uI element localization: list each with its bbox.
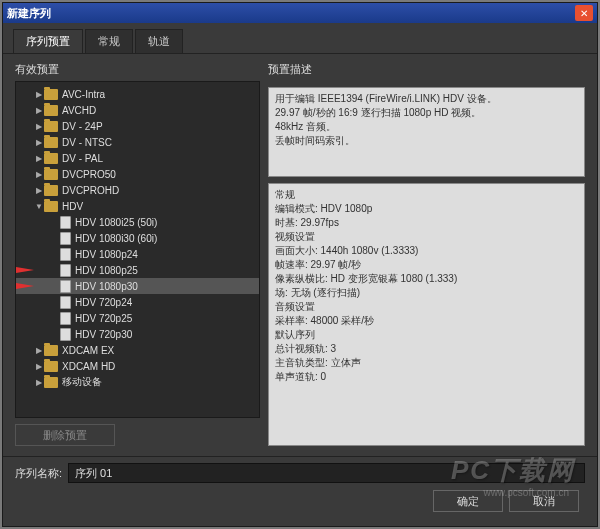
detail-line: 视频设置 <box>275 230 578 244</box>
tree-item-16[interactable]: ▶XDCAM EX <box>16 342 259 358</box>
tab-1[interactable]: 常规 <box>85 29 133 53</box>
tree-item-8[interactable]: HDV 1080i25 (50i) <box>16 214 259 230</box>
chevron-right-icon[interactable]: ▶ <box>34 346 44 355</box>
folder-icon <box>44 377 58 388</box>
chevron-right-icon[interactable]: ▶ <box>34 186 44 195</box>
tree-item-label: DVCPROHD <box>62 185 119 196</box>
folder-icon <box>44 345 58 356</box>
close-button[interactable]: ✕ <box>575 5 593 21</box>
detail-line: 常规 <box>275 188 578 202</box>
chevron-down-icon[interactable]: ▼ <box>34 202 44 211</box>
tree-item-13[interactable]: HDV 720p24 <box>16 294 259 310</box>
tree-item-17[interactable]: ▶XDCAM HD <box>16 358 259 374</box>
folder-icon <box>44 105 58 116</box>
tree-item-label: DV - 24P <box>62 121 103 132</box>
window-title: 新建序列 <box>7 6 575 21</box>
tree-item-label: HDV 1080p30 <box>75 281 138 292</box>
tree-item-11[interactable]: HDV 1080p25 <box>16 262 259 278</box>
ok-button[interactable]: 确定 <box>433 490 503 512</box>
document-icon <box>60 312 71 325</box>
tree-item-label: DV - PAL <box>62 153 103 164</box>
titlebar: 新建序列 ✕ <box>3 3 597 23</box>
tree-item-14[interactable]: HDV 720p25 <box>16 310 259 326</box>
tree-item-7[interactable]: ▼HDV <box>16 198 259 214</box>
tree-item-2[interactable]: ▶DV - 24P <box>16 118 259 134</box>
detail-line: 总计视频轨: 3 <box>275 342 578 356</box>
chevron-right-icon[interactable]: ▶ <box>34 378 44 387</box>
tree-item-label: AVC-Intra <box>62 89 105 100</box>
document-icon <box>60 248 71 261</box>
detail-line: 编辑模式: HDV 1080p <box>275 202 578 216</box>
tree-item-3[interactable]: ▶DV - NTSC <box>16 134 259 150</box>
tree-item-label: HDV 1080p25 <box>75 265 138 276</box>
tree-item-10[interactable]: HDV 1080p24 <box>16 246 259 262</box>
detail-line: 主音轨类型: 立体声 <box>275 356 578 370</box>
tree-item-0[interactable]: ▶AVC-Intra <box>16 86 259 102</box>
detail-line: 默认序列 <box>275 328 578 342</box>
detail-line: 帧速率: 29.97 帧/秒 <box>275 258 578 272</box>
tree-item-label: 移动设备 <box>62 375 102 389</box>
detail-line: 像素纵横比: HD 变形宽银幕 1080 (1.333) <box>275 272 578 286</box>
document-icon <box>60 264 71 277</box>
folder-icon <box>44 201 58 212</box>
sequence-name-input[interactable] <box>68 463 585 483</box>
document-icon <box>60 232 71 245</box>
tab-0[interactable]: 序列预置 <box>13 29 83 53</box>
annotation-arrow-icon <box>15 282 34 290</box>
detail-line: 采样率: 48000 采样/秒 <box>275 314 578 328</box>
chevron-right-icon[interactable]: ▶ <box>34 170 44 179</box>
detail-line: 场: 无场 (逐行扫描) <box>275 286 578 300</box>
chevron-right-icon[interactable]: ▶ <box>34 122 44 131</box>
detail-line: 音频设置 <box>275 300 578 314</box>
chevron-right-icon[interactable]: ▶ <box>34 138 44 147</box>
chevron-right-icon[interactable]: ▶ <box>34 154 44 163</box>
folder-icon <box>44 361 58 372</box>
tree-item-label: HDV 720p30 <box>75 329 132 340</box>
tree-item-6[interactable]: ▶DVCPROHD <box>16 182 259 198</box>
tree-item-15[interactable]: HDV 720p30 <box>16 326 259 342</box>
folder-icon <box>44 89 58 100</box>
tree-item-label: AVCHD <box>62 105 96 116</box>
tree-item-label: HDV 1080i30 (60i) <box>75 233 157 244</box>
tree-item-5[interactable]: ▶DVCPRO50 <box>16 166 259 182</box>
desc-line: 48kHz 音频。 <box>275 120 578 134</box>
tree-item-9[interactable]: HDV 1080i30 (60i) <box>16 230 259 246</box>
desc-line: 丢帧时间码索引。 <box>275 134 578 148</box>
tree-item-label: HDV 1080p24 <box>75 249 138 260</box>
tree-item-12[interactable]: HDV 1080p30 <box>16 278 259 294</box>
chevron-right-icon[interactable]: ▶ <box>34 362 44 371</box>
annotation-arrow-icon <box>15 266 34 274</box>
tree-item-label: HDV 720p25 <box>75 313 132 324</box>
tree-item-label: DV - NTSC <box>62 137 112 148</box>
tree-item-label: HDV 720p24 <box>75 297 132 308</box>
right-panel-title: 预置描述 <box>268 62 585 77</box>
chevron-right-icon[interactable]: ▶ <box>34 90 44 99</box>
folder-icon <box>44 153 58 164</box>
tab-2[interactable]: 轨道 <box>135 29 183 53</box>
sequence-name-label: 序列名称: <box>15 466 62 481</box>
details-box: 常规 编辑模式: HDV 1080p 时基: 29.97fps 视频设置 画面大… <box>268 183 585 446</box>
detail-line: 时基: 29.97fps <box>275 216 578 230</box>
desc-line: 29.97 帧/秒的 16:9 逐行扫描 1080p HD 视频。 <box>275 106 578 120</box>
tree-item-4[interactable]: ▶DV - PAL <box>16 150 259 166</box>
tree-item-18[interactable]: ▶移动设备 <box>16 374 259 390</box>
document-icon <box>60 280 71 293</box>
delete-preset-button: 删除预置 <box>15 424 115 446</box>
tree-item-label: HDV <box>62 201 83 212</box>
cancel-button[interactable]: 取消 <box>509 490 579 512</box>
tab-bar: 序列预置常规轨道 <box>3 23 597 54</box>
chevron-right-icon[interactable]: ▶ <box>34 106 44 115</box>
document-icon <box>60 328 71 341</box>
tree-item-label: DVCPRO50 <box>62 169 116 180</box>
detail-line: 单声道轨: 0 <box>275 370 578 384</box>
tree-item-1[interactable]: ▶AVCHD <box>16 102 259 118</box>
folder-icon <box>44 121 58 132</box>
tree-item-label: HDV 1080i25 (50i) <box>75 217 157 228</box>
tree-item-label: XDCAM HD <box>62 361 115 372</box>
desc-line: 用于编辑 IEEE1394 (FireWire/i.LINK) HDV 设备。 <box>275 92 578 106</box>
folder-icon <box>44 137 58 148</box>
document-icon <box>60 216 71 229</box>
preset-tree[interactable]: ▶AVC-Intra▶AVCHD▶DV - 24P▶DV - NTSC▶DV -… <box>15 81 260 418</box>
tree-item-label: XDCAM EX <box>62 345 114 356</box>
left-panel-title: 有效预置 <box>15 62 260 77</box>
